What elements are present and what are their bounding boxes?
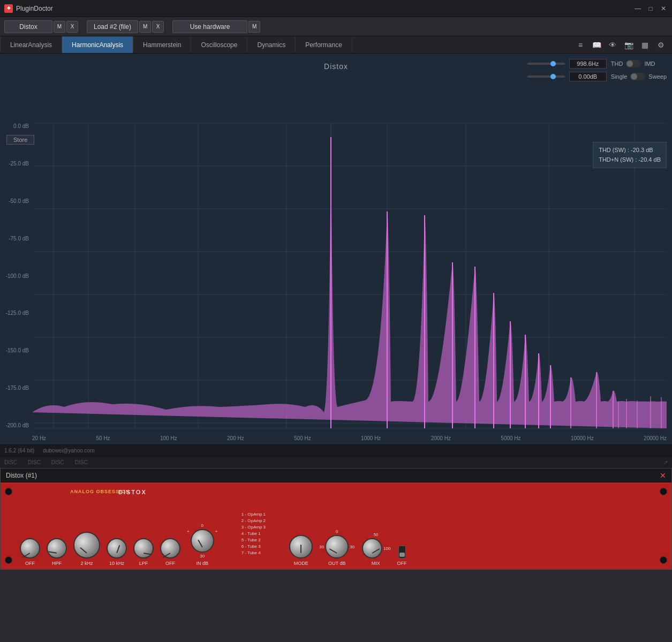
- freq-slider-thumb[interactable]: [550, 61, 556, 66]
- thd-toggle[interactable]: [626, 60, 641, 67]
- tab-hammerstein[interactable]: Hammerstein: [133, 36, 191, 53]
- plugin-window: Distox (#1) ✕ ANALOG OBSESSION DISTOX OF…: [0, 468, 672, 570]
- strip-right-arrow: ↗: [663, 459, 668, 465]
- knob-2khz-knob[interactable]: [73, 532, 100, 558]
- hardware-group: Use hardware M: [172, 20, 260, 33]
- led-bottom-left: [5, 556, 12, 564]
- x-label-1khz: 1000 Hz: [361, 435, 381, 441]
- onoff-switch[interactable]: [398, 546, 406, 558]
- thd-sw-value: THD (SW) : -20.3 dB: [599, 146, 661, 155]
- y-label-2: -50.0 dB: [0, 198, 32, 204]
- thd-info-box: THD (SW) : -20.3 dB THD+N (SW) : -20.4 d…: [593, 142, 667, 168]
- knob-10khz-knob[interactable]: [107, 538, 127, 558]
- freq-control-row: 998.6Hz THD IMD: [527, 59, 667, 69]
- strip-placeholder4: DISC: [75, 459, 88, 465]
- email-label: dubowei@yahoo.com: [43, 448, 94, 454]
- sweep-toggle-group: Single Sweep: [611, 73, 667, 80]
- tab-linear-analysis[interactable]: LinearAnalysis: [0, 36, 62, 53]
- y-axis: 0.0 dB -25.0 dB -50.0 dB -75.0 dB -100.0…: [0, 123, 32, 428]
- knob-mix[interactable]: [362, 538, 382, 558]
- app-title: PluginDoctor: [16, 5, 53, 12]
- x-label-10khz: 10000 Hz: [571, 435, 594, 441]
- plugin1-button[interactable]: Distox: [4, 20, 52, 33]
- single-label: Single: [611, 73, 628, 80]
- version-label: 1.6.2 (64 bit): [4, 448, 34, 454]
- title-bar: ✚ PluginDoctor — □ ✕: [0, 0, 672, 17]
- knob-out-db[interactable]: [325, 535, 349, 558]
- controls-top-right: 998.6Hz THD IMD 0.00dB Single Sweep: [527, 59, 667, 81]
- out-db-group: 0 30 30 OUT dB: [319, 529, 354, 566]
- title-bar-controls: — □ ✕: [633, 4, 668, 13]
- freq-value-box[interactable]: 998.6Hz: [569, 59, 607, 69]
- tabs: LinearAnalysis HarmonicAnalysis Hammerst…: [0, 36, 672, 54]
- x-label-500hz: 500 Hz: [294, 435, 311, 441]
- knob-hpf-off[interactable]: [20, 538, 40, 558]
- status-bar: 1.6.2 (64 bit) dubowei@yahoo.com: [0, 444, 672, 456]
- strip-placeholder1: DISC: [4, 459, 17, 465]
- x-label-2khz: 2000 Hz: [431, 435, 451, 441]
- plugin-close-button[interactable]: ✕: [660, 471, 666, 480]
- y-label-1: -25.0 dB: [0, 161, 32, 167]
- hardware-button[interactable]: Use hardware: [172, 20, 247, 33]
- thd-label: THD: [611, 61, 623, 67]
- tab-harmonic-analysis[interactable]: HarmonicAnalysis: [62, 36, 133, 53]
- plugin-name: DISTOX: [118, 489, 147, 495]
- x-axis: 20 Hz 50 Hz 100 Hz 200 Hz 500 Hz 1000 Hz…: [32, 435, 667, 441]
- knob-off2-knob[interactable]: [160, 538, 180, 558]
- y-label-4: -100.0 dB: [0, 273, 32, 279]
- knob-lpf: LPF: [133, 538, 154, 566]
- knob-mode-knob[interactable]: [289, 535, 313, 558]
- plugin1-m-button[interactable]: M: [54, 21, 65, 33]
- tab-performance[interactable]: Performance: [296, 36, 352, 53]
- led-top-left: [5, 488, 12, 495]
- x-label-20hz: 20 Hz: [32, 435, 46, 441]
- tab-oscilloscope[interactable]: Oscilloscope: [191, 36, 247, 53]
- db-control-row: 0.00dB Single Sweep: [527, 72, 667, 81]
- chart-icon-btn[interactable]: ▦: [638, 38, 652, 52]
- knob-hpf-knob[interactable]: [47, 538, 67, 558]
- spectrum-svg: [32, 123, 667, 428]
- db-slider[interactable]: [527, 75, 565, 78]
- knob-lpf-knob[interactable]: [133, 538, 154, 558]
- plugin1-group: Distox M X: [4, 20, 78, 33]
- knob-10khz: 10 kHz: [107, 538, 127, 566]
- x-label-50hz: 50 Hz: [96, 435, 110, 441]
- bottom-plugin-strip: DISC DISC DISC DISC ↗: [0, 456, 672, 468]
- knob-off2: OFF: [160, 538, 180, 566]
- notes-icon-btn[interactable]: ≡: [573, 38, 587, 52]
- plugin2-m-button[interactable]: M: [139, 21, 151, 33]
- switch-group: OFF: [397, 546, 407, 566]
- minimize-button[interactable]: —: [633, 4, 642, 13]
- x-label-5khz: 5000 Hz: [501, 435, 520, 441]
- y-label-0: 0.0 dB: [0, 123, 32, 129]
- y-label-7: -175.0 dB: [0, 385, 32, 391]
- plugin-title: Distox (#1): [6, 472, 37, 479]
- strip-placeholder3: DISC: [51, 459, 64, 465]
- settings-icon-btn[interactable]: ⚙: [654, 38, 668, 52]
- x-label-200hz: 200 Hz: [227, 435, 244, 441]
- plugin-body: ANALOG OBSESSION DISTOX OFF HPF 2 kHz 10…: [1, 482, 671, 569]
- book-icon-btn[interactable]: 📖: [590, 38, 603, 52]
- sweep-toggle[interactable]: [630, 73, 645, 80]
- maximize-button[interactable]: □: [646, 4, 655, 13]
- tab-dynamics[interactable]: Dynamics: [247, 36, 296, 53]
- db-value-box[interactable]: 0.00dB: [569, 72, 607, 81]
- y-label-6: -150.0 dB: [0, 348, 32, 353]
- plugin1-x-button[interactable]: X: [66, 21, 78, 33]
- knob-mode: MODE: [289, 535, 313, 566]
- x-label-100hz: 100 Hz: [160, 435, 177, 441]
- plugin2-button[interactable]: Load #2 (file): [87, 20, 138, 33]
- hardware-m-button[interactable]: M: [248, 21, 260, 33]
- camera-icon-btn[interactable]: 📷: [622, 38, 636, 52]
- knob-in-db[interactable]: [191, 529, 214, 553]
- sweep-label: Sweep: [648, 73, 667, 80]
- plugin2-x-button[interactable]: X: [152, 21, 164, 33]
- y-label-3: -75.0 dB: [0, 236, 32, 241]
- imd-label: IMD: [644, 61, 655, 67]
- eye-icon-btn[interactable]: 👁: [606, 38, 620, 52]
- db-slider-thumb[interactable]: [550, 74, 556, 79]
- mix-group: 50 100 MIX: [361, 532, 390, 566]
- freq-slider[interactable]: [527, 63, 565, 65]
- close-window-button[interactable]: ✕: [659, 4, 668, 13]
- led-bottom-right: [660, 556, 667, 564]
